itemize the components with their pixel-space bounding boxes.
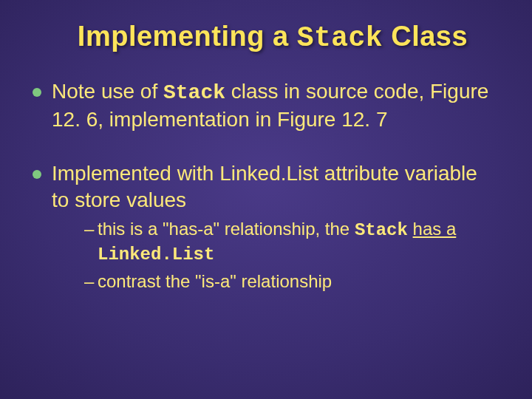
title-text-pre: Implementing a bbox=[78, 21, 297, 52]
slide-body: Note use of Stack class in source code, … bbox=[33, 78, 499, 293]
bullet-2: Implemented with Linked.List attribute v… bbox=[33, 160, 499, 293]
bullet-1-pre: Note use of bbox=[52, 80, 163, 103]
bullet-2a: this is a "has-a" relationship, the Stac… bbox=[84, 218, 499, 266]
bullet-1-code: Stack bbox=[163, 81, 225, 104]
title-code: Stack bbox=[297, 22, 383, 54]
bullet-2-text: Implemented with Linked.List attribute v… bbox=[52, 162, 477, 211]
bullet-2b-text: contrast the "is-a" relationship bbox=[98, 271, 332, 291]
bullet-2a-mid: has a bbox=[413, 219, 457, 239]
bullet-2a-code1: Stack bbox=[355, 220, 408, 240]
bullet-2a-code2: Linked.List bbox=[98, 245, 214, 265]
bullet-1: Note use of Stack class in source code, … bbox=[33, 78, 499, 133]
slide-title: Implementing a Stack Class bbox=[46, 21, 499, 55]
bullet-2a-pre: this is a "has-a" relationship, the bbox=[98, 219, 355, 239]
slide: Implementing a Stack Class Note use of S… bbox=[0, 0, 532, 399]
bullet-2b: contrast the "is-a" relationship bbox=[84, 270, 499, 293]
title-text-post: Class bbox=[383, 21, 468, 52]
